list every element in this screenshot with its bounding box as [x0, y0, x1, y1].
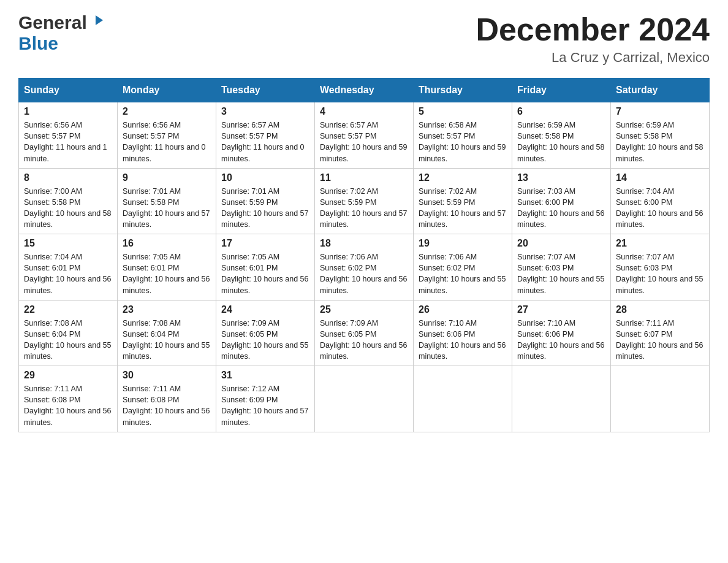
day-info: Sunrise: 7:08 AMSunset: 6:04 PMDaylight:…	[24, 318, 112, 362]
table-row: 30 Sunrise: 7:11 AMSunset: 6:08 PMDaylig…	[118, 366, 216, 432]
day-number: 17	[221, 238, 309, 249]
day-info: Sunrise: 6:56 AMSunset: 5:57 PMDaylight:…	[123, 120, 211, 164]
table-row: 6 Sunrise: 6:59 AMSunset: 5:58 PMDayligh…	[512, 102, 611, 169]
day-number: 10	[221, 172, 309, 183]
table-row: 9 Sunrise: 7:01 AMSunset: 5:58 PMDayligh…	[118, 168, 216, 234]
day-number: 16	[123, 238, 211, 249]
calendar-week-row: 8 Sunrise: 7:00 AMSunset: 5:58 PMDayligh…	[19, 168, 710, 234]
calendar-week-row: 22 Sunrise: 7:08 AMSunset: 6:04 PMDaylig…	[19, 300, 710, 366]
day-number: 18	[320, 238, 408, 249]
day-info: Sunrise: 7:03 AMSunset: 6:00 PMDaylight:…	[517, 186, 605, 231]
table-row	[315, 366, 414, 432]
table-row: 31 Sunrise: 7:12 AMSunset: 6:09 PMDaylig…	[216, 366, 315, 432]
col-thursday: Thursday	[414, 79, 512, 102]
day-info: Sunrise: 6:57 AMSunset: 5:57 PMDaylight:…	[221, 120, 309, 164]
table-row: 17 Sunrise: 7:05 AMSunset: 6:01 PMDaylig…	[216, 234, 315, 301]
col-tuesday: Tuesday	[216, 79, 315, 102]
day-info: Sunrise: 7:07 AMSunset: 6:03 PMDaylight:…	[616, 251, 704, 296]
day-number: 25	[320, 304, 408, 315]
table-row: 24 Sunrise: 7:09 AMSunset: 6:05 PMDaylig…	[216, 300, 315, 366]
table-row: 29 Sunrise: 7:11 AMSunset: 6:08 PMDaylig…	[19, 366, 118, 432]
calendar-week-row: 1 Sunrise: 6:56 AMSunset: 5:57 PMDayligh…	[19, 102, 710, 169]
day-info: Sunrise: 7:02 AMSunset: 5:59 PMDaylight:…	[419, 186, 507, 231]
day-number: 24	[221, 304, 309, 315]
day-info: Sunrise: 7:06 AMSunset: 6:02 PMDaylight:…	[320, 251, 408, 296]
day-info: Sunrise: 7:11 AMSunset: 6:08 PMDaylight:…	[24, 383, 112, 428]
table-row: 4 Sunrise: 6:57 AMSunset: 5:57 PMDayligh…	[315, 102, 414, 169]
table-row: 15 Sunrise: 7:04 AMSunset: 6:01 PMDaylig…	[19, 234, 118, 301]
table-row: 10 Sunrise: 7:01 AMSunset: 5:59 PMDaylig…	[216, 168, 315, 234]
day-number: 28	[616, 304, 704, 315]
table-row: 26 Sunrise: 7:10 AMSunset: 6:06 PMDaylig…	[414, 300, 512, 366]
day-info: Sunrise: 6:56 AMSunset: 5:57 PMDaylight:…	[24, 120, 112, 164]
day-info: Sunrise: 7:08 AMSunset: 6:04 PMDaylight:…	[123, 318, 211, 362]
table-row: 18 Sunrise: 7:06 AMSunset: 6:02 PMDaylig…	[315, 234, 414, 301]
page-header: General Blue December 2024 La Cruz y Car…	[18, 12, 710, 66]
day-number: 3	[221, 106, 309, 117]
day-number: 31	[221, 370, 309, 381]
day-info: Sunrise: 7:06 AMSunset: 6:02 PMDaylight:…	[419, 251, 507, 296]
day-info: Sunrise: 6:57 AMSunset: 5:57 PMDaylight:…	[320, 120, 408, 164]
col-wednesday: Wednesday	[315, 79, 414, 102]
table-row: 3 Sunrise: 6:57 AMSunset: 5:57 PMDayligh…	[216, 102, 315, 169]
day-info: Sunrise: 6:58 AMSunset: 5:57 PMDaylight:…	[419, 120, 507, 164]
table-row: 8 Sunrise: 7:00 AMSunset: 5:58 PMDayligh…	[19, 168, 118, 234]
logo-flag-icon	[87, 14, 104, 31]
table-row: 28 Sunrise: 7:11 AMSunset: 6:07 PMDaylig…	[611, 300, 710, 366]
day-number: 2	[123, 106, 211, 117]
day-number: 1	[24, 106, 112, 117]
table-row: 23 Sunrise: 7:08 AMSunset: 6:04 PMDaylig…	[118, 300, 216, 366]
day-number: 11	[320, 172, 408, 183]
day-number: 19	[419, 238, 507, 249]
svg-marker-0	[96, 15, 103, 25]
day-number: 21	[616, 238, 704, 249]
col-saturday: Saturday	[611, 79, 710, 102]
day-info: Sunrise: 6:59 AMSunset: 5:58 PMDaylight:…	[616, 120, 704, 164]
logo-general-text: General	[18, 12, 87, 33]
calendar-week-row: 29 Sunrise: 7:11 AMSunset: 6:08 PMDaylig…	[19, 366, 710, 432]
day-number: 8	[24, 172, 112, 183]
day-number: 15	[24, 238, 112, 249]
table-row: 25 Sunrise: 7:09 AMSunset: 6:05 PMDaylig…	[315, 300, 414, 366]
title-block: December 2024 La Cruz y Carrizal, Mexico	[476, 12, 710, 66]
day-info: Sunrise: 7:09 AMSunset: 6:05 PMDaylight:…	[320, 318, 408, 362]
day-info: Sunrise: 7:00 AMSunset: 5:58 PMDaylight:…	[24, 186, 112, 231]
day-info: Sunrise: 7:07 AMSunset: 6:03 PMDaylight:…	[517, 251, 605, 296]
day-info: Sunrise: 7:02 AMSunset: 5:59 PMDaylight:…	[320, 186, 408, 231]
day-number: 14	[616, 172, 704, 183]
table-row: 16 Sunrise: 7:05 AMSunset: 6:01 PMDaylig…	[118, 234, 216, 301]
table-row: 21 Sunrise: 7:07 AMSunset: 6:03 PMDaylig…	[611, 234, 710, 301]
location: La Cruz y Carrizal, Mexico	[476, 50, 710, 66]
logo: General Blue	[18, 12, 104, 54]
day-number: 20	[517, 238, 605, 249]
day-number: 6	[517, 106, 605, 117]
day-number: 12	[419, 172, 507, 183]
day-number: 29	[24, 370, 112, 381]
table-row: 1 Sunrise: 6:56 AMSunset: 5:57 PMDayligh…	[19, 102, 118, 169]
col-monday: Monday	[118, 79, 216, 102]
calendar-week-row: 15 Sunrise: 7:04 AMSunset: 6:01 PMDaylig…	[19, 234, 710, 301]
day-number: 26	[419, 304, 507, 315]
table-row: 27 Sunrise: 7:10 AMSunset: 6:06 PMDaylig…	[512, 300, 611, 366]
table-row	[611, 366, 710, 432]
day-number: 30	[123, 370, 211, 381]
table-row: 19 Sunrise: 7:06 AMSunset: 6:02 PMDaylig…	[414, 234, 512, 301]
month-title: December 2024	[476, 12, 710, 47]
table-row: 5 Sunrise: 6:58 AMSunset: 5:57 PMDayligh…	[414, 102, 512, 169]
table-row	[414, 366, 512, 432]
day-info: Sunrise: 7:10 AMSunset: 6:06 PMDaylight:…	[419, 318, 507, 362]
day-info: Sunrise: 7:12 AMSunset: 6:09 PMDaylight:…	[221, 383, 309, 428]
day-info: Sunrise: 7:04 AMSunset: 6:00 PMDaylight:…	[616, 186, 704, 231]
day-number: 23	[123, 304, 211, 315]
day-number: 5	[419, 106, 507, 117]
table-row: 13 Sunrise: 7:03 AMSunset: 6:00 PMDaylig…	[512, 168, 611, 234]
day-info: Sunrise: 7:11 AMSunset: 6:08 PMDaylight:…	[123, 383, 211, 428]
day-info: Sunrise: 7:11 AMSunset: 6:07 PMDaylight:…	[616, 318, 704, 362]
table-row: 12 Sunrise: 7:02 AMSunset: 5:59 PMDaylig…	[414, 168, 512, 234]
table-row: 7 Sunrise: 6:59 AMSunset: 5:58 PMDayligh…	[611, 102, 710, 169]
table-row: 2 Sunrise: 6:56 AMSunset: 5:57 PMDayligh…	[118, 102, 216, 169]
day-info: Sunrise: 7:09 AMSunset: 6:05 PMDaylight:…	[221, 318, 309, 362]
day-info: Sunrise: 7:05 AMSunset: 6:01 PMDaylight:…	[221, 251, 309, 296]
day-number: 13	[517, 172, 605, 183]
day-number: 9	[123, 172, 211, 183]
